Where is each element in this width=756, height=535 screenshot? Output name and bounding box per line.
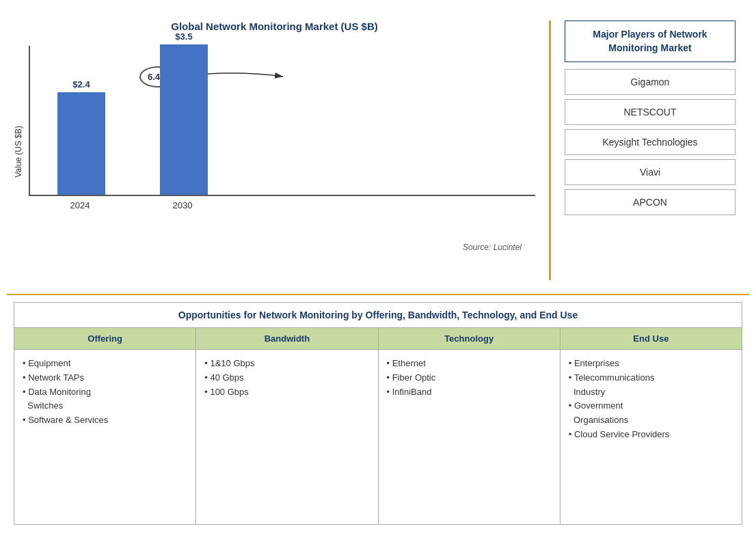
bandwidth-item-1: • 1&10 Gbps — [202, 357, 372, 371]
technology-items: • Ethernet • Fiber Optic • InfiniBand — [379, 350, 560, 524]
bar-2024 — [57, 92, 105, 195]
bandwidth-items: • 1&10 Gbps • 40 Gbps • 100 Gbps — [196, 350, 377, 524]
category-offering: Offering • Equipment • Network TAPs • Da… — [14, 328, 196, 524]
chart-inner: 6.4% $ — [29, 46, 535, 237]
offering-item-3: • Data Monitoring Switches — [20, 385, 190, 414]
top-section: Global Network Monitoring Market (US $B)… — [0, 0, 756, 294]
bandwidth-header: Bandwidth — [196, 328, 377, 350]
offering-items: • Equipment • Network TAPs • Data Monito… — [14, 350, 195, 524]
bar-group-2024: $2.4 — [57, 79, 105, 195]
bars-container: 6.4% $ — [29, 46, 535, 196]
chart-area: Global Network Monitoring Market (US $B)… — [14, 14, 542, 287]
offering-header: Offering — [14, 328, 195, 350]
source-text: Source: Lucintel — [14, 243, 535, 252]
bandwidth-item-2: • 40 Gbps — [202, 371, 372, 385]
player-viavi: Viavi — [565, 159, 735, 185]
bandwidth-item-3: • 100 Gbps — [202, 385, 372, 400]
category-enduse: End Use • Enterprises • Telecommunicatio… — [561, 328, 742, 524]
categories-row: Offering • Equipment • Network TAPs • Da… — [14, 328, 742, 524]
enduse-item-4: • Cloud Service Providers — [566, 428, 736, 442]
x-label-2024: 2024 — [56, 200, 104, 210]
opportunities-container: Opportunities for Network Monitoring by … — [14, 302, 742, 525]
technology-header: Technology — [379, 328, 560, 350]
offering-item-4: • Software & Services — [20, 413, 190, 428]
chart-title: Global Network Monitoring Market (US $B) — [171, 20, 378, 32]
technology-item-3: • InfiniBand — [384, 385, 554, 400]
player-gigamon: Gigamon — [565, 69, 735, 95]
player-keysight: Keysight Technologies — [565, 129, 735, 155]
offering-item-1: • Equipment — [20, 357, 190, 371]
enduse-item-1: • Enterprises — [566, 357, 736, 371]
x-label-2030: 2030 — [159, 200, 206, 210]
bar-group-2030: $3.5 — [160, 31, 208, 195]
player-netscout: NETSCOUT — [565, 99, 735, 125]
enduse-header: End Use — [561, 328, 742, 350]
right-panel: Major Players of Network Monitoring Mark… — [558, 14, 742, 287]
enduse-items: • Enterprises • Telecommunications Indus… — [561, 350, 742, 524]
x-axis-labels: 2024 2030 — [29, 196, 535, 210]
bar-2030 — [160, 44, 208, 195]
enduse-item-3: • Government Organisations — [566, 399, 736, 428]
bar-value-2030: $3.5 — [175, 31, 192, 42]
players-title-box: Major Players of Network Monitoring Mark… — [565, 20, 735, 62]
category-bandwidth: Bandwidth • 1&10 Gbps • 40 Gbps • 100 Gb… — [196, 328, 378, 524]
opportunities-title: Opportunities for Network Monitoring by … — [14, 303, 742, 328]
technology-item-1: • Ethernet — [384, 357, 554, 371]
player-apcon: APCON — [565, 189, 735, 215]
y-axis-label: Value (US $B) — [14, 105, 23, 178]
offering-item-2: • Network TAPs — [20, 371, 190, 385]
category-technology: Technology • Ethernet • Fiber Optic • In… — [379, 328, 561, 524]
technology-item-2: • Fiber Optic — [384, 371, 554, 385]
enduse-item-2: • Telecommunications Industry — [566, 371, 736, 400]
chart-wrapper: Value (US $B) 6.4% — [14, 46, 535, 237]
bottom-section: Opportunities for Network Monitoring by … — [0, 295, 756, 535]
bar-value-2024: $2.4 — [72, 79, 90, 90]
main-container: Global Network Monitoring Market (US $B)… — [0, 0, 756, 535]
vertical-divider — [549, 20, 551, 280]
